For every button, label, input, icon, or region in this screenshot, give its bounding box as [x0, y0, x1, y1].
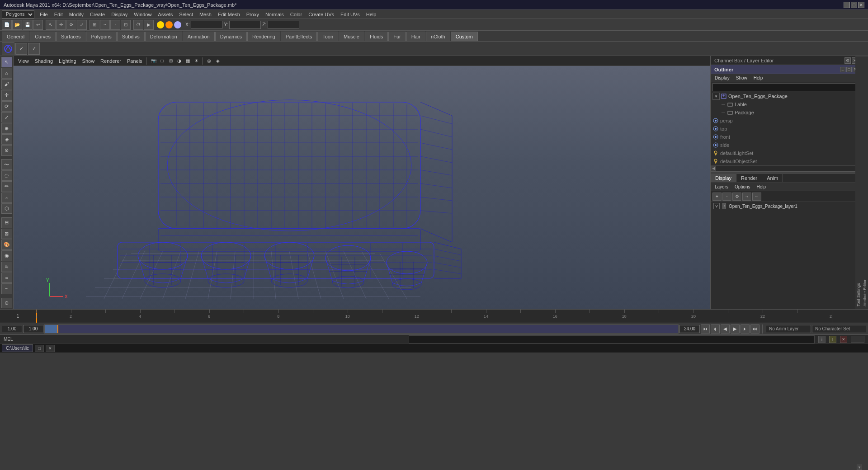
- tool-settings-tab[interactable]: Tool Settings: [855, 56, 862, 309]
- shelf-tab-ncloth[interactable]: nCloth: [426, 32, 450, 41]
- goto-start-btn[interactable]: ⏮: [701, 324, 710, 334]
- light-btn-orange[interactable]: [165, 21, 173, 28]
- layer-layers-menu[interactable]: Layers: [712, 184, 731, 190]
- undo-button[interactable]: ↩: [33, 20, 43, 30]
- menu-create[interactable]: Create: [87, 11, 108, 18]
- prev-frame-btn[interactable]: ⏴: [711, 324, 720, 334]
- outliner-search-input[interactable]: [713, 84, 859, 91]
- rotate-button[interactable]: ⟳: [1, 101, 12, 112]
- vp-isolate-btn[interactable]: ◎: [205, 57, 213, 65]
- scrollbar-down-arrow[interactable]: ▼: [857, 465, 862, 470]
- sculpt-button[interactable]: ◉: [1, 250, 12, 261]
- outliner-maximize-btn[interactable]: □: [846, 67, 852, 72]
- menu-edit-uvs[interactable]: Edit UVs: [338, 11, 363, 18]
- menu-display[interactable]: Display: [108, 11, 130, 18]
- scale-button[interactable]: ⤢: [1, 112, 12, 122]
- save-scene-button[interactable]: 💾: [23, 20, 33, 30]
- curve-tool-button[interactable]: 〜: [1, 159, 12, 169]
- layer-help-menu[interactable]: Help: [754, 184, 768, 190]
- rp-tab-render[interactable]: Render: [736, 174, 762, 182]
- layer-button[interactable]: ⊟: [1, 217, 12, 228]
- shelf-tab-fur[interactable]: Fur: [388, 32, 406, 41]
- add-to-layer-btn[interactable]: →: [742, 193, 751, 201]
- paint-select-button[interactable]: 🖌: [1, 79, 12, 89]
- menu-edit-mesh[interactable]: Edit Mesh: [215, 11, 243, 18]
- paint-button[interactable]: 🎨: [1, 240, 12, 250]
- vp-wireframe-btn[interactable]: ⊞: [167, 57, 175, 65]
- shelf-icon-2[interactable]: ✓: [28, 43, 40, 55]
- select-mode-button[interactable]: ↖: [1, 57, 12, 67]
- menu-modify[interactable]: Modify: [66, 11, 86, 18]
- shelf-tab-dynamics[interactable]: Dynamics: [215, 32, 247, 41]
- vp-camera-btn[interactable]: 📷: [150, 57, 158, 65]
- vp-menu-show[interactable]: Show: [80, 57, 98, 65]
- menu-edit[interactable]: Edit: [52, 11, 66, 18]
- lasso-select-button[interactable]: ⌂: [1, 68, 12, 78]
- status-resize-btn[interactable]: [851, 336, 864, 343]
- tree-item-top[interactable]: top: [711, 125, 856, 133]
- timeline-range-bar[interactable]: [44, 324, 679, 334]
- shelf-tab-custom[interactable]: Custom: [451, 32, 478, 41]
- minimize-button[interactable]: _: [844, 2, 850, 8]
- shelf-tab-muscle[interactable]: Muscle: [339, 32, 364, 41]
- rp-tab-display[interactable]: Display: [711, 174, 736, 182]
- snap-point-button[interactable]: ·: [110, 20, 120, 30]
- outliner-help-menu[interactable]: Help: [751, 75, 765, 81]
- vp-menu-renderer[interactable]: Renderer: [98, 57, 124, 65]
- shelf-tab-hair[interactable]: Hair: [406, 32, 425, 41]
- snap-curve-button[interactable]: ~: [100, 20, 110, 30]
- tree-item-front[interactable]: front: [711, 133, 856, 141]
- vp-light-btn[interactable]: ☀: [193, 57, 201, 65]
- shelf-icon-1[interactable]: ✓: [15, 43, 27, 55]
- vp-shade-btn[interactable]: ◑: [175, 57, 184, 65]
- shelf-tab-fluids[interactable]: Fluids: [365, 32, 388, 41]
- hscroll-left-arrow[interactable]: ◀: [711, 166, 716, 171]
- move-button[interactable]: ✛: [1, 90, 12, 100]
- tree-item-persp[interactable]: persp: [711, 117, 856, 125]
- menu-window[interactable]: Window: [131, 11, 154, 18]
- range-end-input[interactable]: [679, 325, 700, 333]
- layer-letter-btn[interactable]: /: [722, 203, 726, 209]
- tree-item-default-object-set[interactable]: defaultObjectSet: [711, 157, 856, 165]
- light-btn-yellow[interactable]: [157, 21, 164, 28]
- layer-settings-btn[interactable]: ⚙: [732, 193, 741, 201]
- vp-texture-btn[interactable]: ▦: [184, 57, 192, 65]
- taskbar-restore-btn[interactable]: □: [35, 345, 44, 352]
- vp-menu-lighting[interactable]: Lighting: [56, 57, 79, 65]
- menu-proxy[interactable]: Proxy: [244, 11, 262, 18]
- shelf-tab-animation[interactable]: Animation: [183, 32, 215, 41]
- next-frame-btn[interactable]: ⏵: [741, 324, 750, 334]
- title-bar-controls[interactable]: _ □ ✕: [844, 2, 864, 8]
- tree-item-pkg[interactable]: ▼ Open_Ten_Eggs_Package: [711, 92, 856, 100]
- create-poly-button[interactable]: ⬡: [1, 203, 12, 214]
- status-error-btn[interactable]: ✕: [840, 336, 847, 343]
- z-input[interactable]: [268, 21, 299, 29]
- shelf-tab-general[interactable]: General: [2, 32, 29, 41]
- pencil-curve-button[interactable]: ✏: [1, 181, 12, 192]
- menu-help[interactable]: Help: [363, 11, 379, 18]
- menu-color[interactable]: Color: [288, 11, 305, 18]
- three-pt-arc-button[interactable]: ⌢: [1, 193, 12, 203]
- menu-select[interactable]: Select: [176, 11, 196, 18]
- timeline-range-thumb[interactable]: [45, 325, 58, 333]
- play-back-btn[interactable]: ◀: [721, 324, 730, 334]
- render-layer-button[interactable]: ⊠: [1, 229, 12, 239]
- new-layer-btn[interactable]: +: [712, 193, 722, 201]
- attribute-editor-tab[interactable]: Attribute Editor: [862, 56, 868, 309]
- outliner-search-bar[interactable]: [712, 83, 860, 91]
- menu-assets[interactable]: Assets: [155, 11, 175, 18]
- shelf-tab-rendering[interactable]: Rendering: [247, 32, 280, 41]
- taskbar-maya-btn[interactable]: C:\Users\lic: [2, 344, 33, 352]
- mel-input-field[interactable]: [409, 335, 815, 343]
- y-input[interactable]: [229, 21, 261, 29]
- tree-item-package[interactable]: Package: [711, 108, 856, 117]
- open-scene-button[interactable]: 📂: [12, 20, 22, 30]
- hscroll-track[interactable]: [716, 167, 856, 170]
- status-info-btn[interactable]: i: [818, 336, 826, 343]
- universal-manip-button[interactable]: ⊕: [1, 123, 12, 133]
- fluids-tool-button[interactable]: ~: [1, 283, 12, 294]
- vp-menu-view[interactable]: View: [15, 57, 32, 65]
- shelf-tab-toon[interactable]: Toon: [317, 32, 338, 41]
- close-button[interactable]: ✕: [858, 2, 864, 8]
- move-tool-button[interactable]: ✛: [56, 20, 66, 30]
